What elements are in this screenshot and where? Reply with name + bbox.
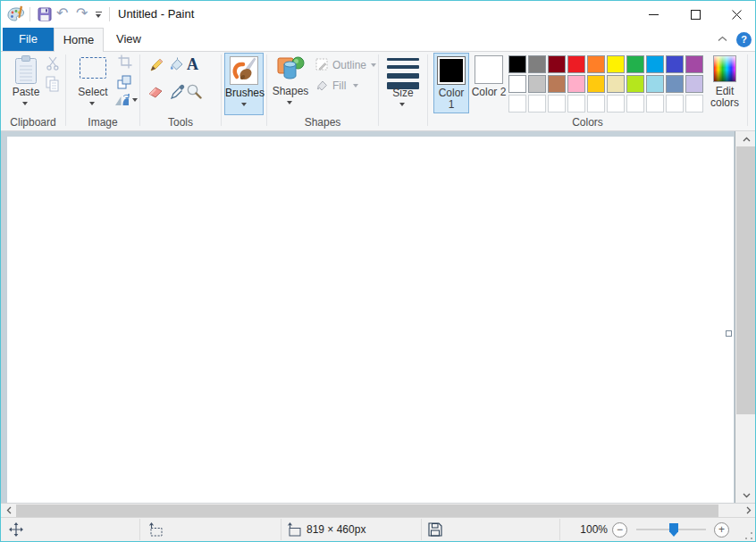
horizontal-scroll-thumb[interactable] bbox=[16, 504, 718, 517]
edit-colors-icon bbox=[713, 55, 736, 82]
palette-empty-slot[interactable] bbox=[548, 95, 566, 113]
qat-customize-icon[interactable] bbox=[96, 12, 102, 13]
zoom-in-button[interactable]: + bbox=[714, 522, 729, 538]
paste-caret bbox=[22, 102, 28, 105]
magnifier-tool-icon[interactable] bbox=[186, 83, 202, 99]
palette-color[interactable] bbox=[607, 75, 625, 93]
palette-empty-slot[interactable] bbox=[607, 95, 625, 113]
colors-group-label: Colors bbox=[428, 116, 747, 129]
canvas-resize-handle[interactable] bbox=[726, 330, 732, 337]
copy-icon[interactable] bbox=[46, 76, 60, 92]
palette-empty-slot[interactable] bbox=[666, 95, 684, 113]
tab-home[interactable]: Home bbox=[54, 28, 104, 52]
palette-color[interactable] bbox=[587, 75, 605, 93]
fill-shapes-icon bbox=[315, 79, 329, 92]
size-button[interactable]: Size bbox=[383, 53, 423, 115]
scroll-up-button[interactable] bbox=[736, 131, 756, 146]
palette-color[interactable] bbox=[685, 55, 703, 73]
image-size-icon bbox=[287, 522, 302, 537]
palette-color[interactable] bbox=[528, 75, 546, 93]
vertical-scroll-thumb[interactable] bbox=[736, 146, 756, 414]
help-icon[interactable]: ? bbox=[736, 32, 752, 47]
canvas[interactable] bbox=[7, 137, 734, 503]
close-button[interactable] bbox=[717, 1, 756, 28]
palette-empty-slot[interactable] bbox=[528, 95, 546, 113]
palette-color[interactable] bbox=[626, 75, 644, 93]
palette-empty-slot[interactable] bbox=[685, 95, 703, 113]
palette-empty-slot[interactable] bbox=[508, 95, 526, 113]
outline-button[interactable]: Outline bbox=[315, 57, 371, 72]
color1-button[interactable]: Color 1 bbox=[433, 53, 469, 113]
resize-grip[interactable] bbox=[744, 531, 753, 540]
group-separator bbox=[266, 54, 267, 126]
outline-caret bbox=[371, 63, 376, 67]
scroll-up-icon bbox=[743, 137, 751, 142]
brushes-button[interactable]: Brushes bbox=[224, 53, 264, 115]
palette-color[interactable] bbox=[508, 55, 526, 73]
brushes-caret bbox=[241, 103, 247, 106]
palette-color[interactable] bbox=[587, 55, 605, 73]
rotate-icon[interactable] bbox=[114, 94, 130, 106]
palette-empty-slot[interactable] bbox=[646, 95, 664, 113]
shapes-group-label: Shapes bbox=[267, 116, 378, 129]
color1-label: Color 1 bbox=[434, 88, 468, 111]
fill-label: Fill bbox=[332, 79, 346, 92]
vertical-scrollbar[interactable] bbox=[735, 131, 756, 503]
group-separator bbox=[65, 54, 66, 126]
maximize-button[interactable] bbox=[676, 1, 715, 28]
qat-customize-caret[interactable] bbox=[96, 14, 101, 18]
fill-button[interactable]: Fill bbox=[315, 78, 356, 93]
file-size-icon bbox=[428, 522, 442, 537]
cut-icon[interactable] bbox=[46, 56, 60, 71]
scroll-left-button[interactable] bbox=[1, 504, 16, 517]
scroll-down-button[interactable] bbox=[736, 488, 756, 503]
palette-color[interactable] bbox=[626, 55, 644, 73]
palette-empty-slot[interactable] bbox=[626, 95, 644, 113]
undo-icon[interactable]: ↶ bbox=[56, 6, 68, 21]
shapes-button[interactable]: Shapes bbox=[271, 54, 310, 114]
color-picker-tool-icon[interactable] bbox=[170, 83, 186, 99]
palette-color[interactable] bbox=[607, 55, 625, 73]
zoom-out-button[interactable]: − bbox=[612, 522, 627, 538]
tab-file[interactable]: File bbox=[3, 28, 54, 51]
palette-empty-slot[interactable] bbox=[567, 95, 585, 113]
palette-color[interactable] bbox=[567, 75, 585, 93]
horizontal-scrollbar[interactable] bbox=[1, 503, 756, 517]
collapse-ribbon-icon[interactable] bbox=[718, 36, 727, 42]
palette-color[interactable] bbox=[528, 55, 546, 73]
palette-color[interactable] bbox=[548, 75, 566, 93]
crop-icon[interactable] bbox=[118, 54, 132, 69]
group-separator bbox=[427, 54, 428, 126]
shapes-icon bbox=[276, 54, 305, 83]
palette-color[interactable] bbox=[646, 55, 664, 73]
palette-color[interactable] bbox=[508, 75, 526, 93]
eraser-tool-icon[interactable] bbox=[147, 83, 164, 99]
color2-button[interactable]: Color 2 bbox=[471, 53, 507, 113]
palette-color[interactable] bbox=[666, 55, 684, 73]
palette-color[interactable] bbox=[567, 55, 585, 73]
palette-color[interactable] bbox=[548, 55, 566, 73]
text-tool-icon[interactable]: A bbox=[187, 56, 198, 72]
scroll-right-icon bbox=[746, 506, 752, 514]
edit-colors-button[interactable]: Edit colors bbox=[703, 53, 746, 113]
select-button[interactable]: Select bbox=[72, 54, 113, 114]
titlebar-separator-2 bbox=[109, 7, 110, 21]
palette-color[interactable] bbox=[646, 75, 664, 93]
resize-icon[interactable] bbox=[117, 75, 131, 89]
size-icon-bar bbox=[387, 65, 419, 69]
group-separator bbox=[747, 54, 748, 126]
paste-button[interactable]: Paste bbox=[8, 54, 44, 114]
work-area bbox=[1, 131, 756, 517]
palette-color[interactable] bbox=[685, 75, 703, 93]
pencil-tool-icon[interactable] bbox=[149, 56, 165, 72]
minimize-button[interactable] bbox=[634, 1, 673, 28]
tab-view[interactable]: View bbox=[104, 28, 154, 51]
scroll-right-button[interactable] bbox=[741, 504, 756, 517]
palette-color[interactable] bbox=[666, 75, 684, 93]
save-icon[interactable] bbox=[38, 7, 52, 21]
redo-icon[interactable]: ↷ bbox=[76, 6, 88, 21]
size-caret bbox=[399, 103, 405, 106]
rotate-caret[interactable] bbox=[132, 98, 138, 102]
palette-empty-slot[interactable] bbox=[587, 95, 605, 113]
fill-tool-icon[interactable] bbox=[169, 56, 185, 72]
